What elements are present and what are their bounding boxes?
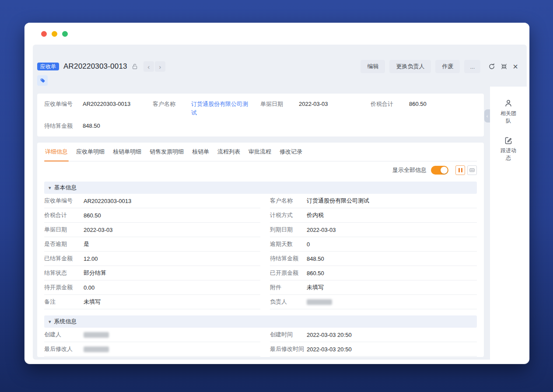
field-row: 是否逾期是 逾期天数0 — [44, 237, 477, 252]
column-width-button[interactable] — [467, 165, 477, 175]
summary-field-label: 应收单编号 — [44, 100, 83, 108]
field-settled-amount: 已结算金额12.00 — [44, 252, 260, 266]
field-invoiced-amount: 已开票金额860.50 — [270, 266, 477, 280]
doc-type-badge: 应收单 — [37, 63, 59, 70]
field-attachment: 附件未填写 — [270, 280, 477, 295]
field-row: 单据日期2022-03-03 到期日期2022-03-03 — [44, 223, 477, 237]
field-modified-by: 最后修改人 — [44, 342, 260, 357]
more-actions-button[interactable]: ... — [464, 60, 480, 73]
app-window: 应收单 AR20220303-0013 ‹ › 编辑 更换负责人 作废 ... — [24, 23, 529, 364]
follow-up-icon — [504, 136, 513, 145]
tab-sales-invoice-lines[interactable]: 销售发票明细 — [149, 143, 185, 161]
summary-field-value: AR20220303-0013 — [83, 100, 153, 108]
tab-writeoff-doc[interactable]: 核销单 — [191, 143, 210, 161]
section-header-system-info[interactable]: ▾ 系统信息 — [44, 315, 477, 328]
close-window-button[interactable] — [41, 31, 47, 37]
summary-field-label: 单据日期 — [260, 100, 299, 108]
app-area: 应收单 AR20220303-0013 ‹ › 编辑 更换负责人 作废 ... — [33, 45, 527, 360]
redacted-value — [307, 299, 332, 305]
field-owner: 负责人 — [270, 295, 477, 309]
change-owner-button[interactable]: 更换负责人 — [389, 60, 431, 73]
tab-change-log[interactable]: 修改记录 — [279, 143, 303, 161]
show-all-info-toggle[interactable] — [431, 166, 448, 175]
field-created-time: 创建时间2022-03-03 20:50 — [270, 328, 477, 342]
zoom-window-button[interactable] — [62, 31, 68, 37]
record-title: AR20220303-0013 — [63, 62, 127, 71]
team-icon — [504, 99, 513, 108]
close-record-icon[interactable]: × — [513, 63, 518, 70]
refresh-icon[interactable] — [488, 63, 495, 70]
customer-name-link[interactable]: 订货通股份有限公司测试 — [191, 100, 248, 117]
summary-field-value: 860.50 — [409, 100, 477, 108]
field-created-by: 创建人 — [44, 328, 260, 342]
field-settlement-status: 结算状态部分结算 — [44, 266, 260, 280]
tab-detail-info[interactable]: 详细信息 — [44, 143, 69, 161]
field-unsettled-amount: 待结算金额848.50 — [270, 252, 477, 266]
sidebar-item-related-team[interactable]: 相关团队 — [498, 99, 518, 125]
collapse-fullscreen-icon[interactable] — [500, 63, 508, 70]
edit-button[interactable]: 编辑 — [360, 60, 385, 73]
next-record-button[interactable]: › — [155, 61, 165, 72]
redacted-value — [84, 346, 109, 352]
summary-field-value: 848.50 — [83, 122, 100, 130]
field-row: 最后修改人 最后修改时间2022-03-03 20:50 — [44, 342, 477, 357]
field-tax-method: 计税方式价内税 — [270, 208, 477, 223]
tab-process-list[interactable]: 流程列表 — [217, 143, 241, 161]
window-titlebar — [24, 23, 529, 45]
section-header-basic-info[interactable]: ▾ 基本信息 — [44, 182, 477, 194]
summary-field-value: 2022-03-03 — [299, 100, 369, 108]
detail-card: 详细信息 应收单明细 核销单明细 销售发票明细 核销单 流程列表 审批流程 修改… — [37, 143, 484, 357]
record-header: 应收单 AR20220303-0013 ‹ › 编辑 更换负责人 作废 ... — [33, 45, 527, 87]
detail-tabs: 详细信息 应收单明细 核销单明细 销售发票明细 核销单 流程列表 审批流程 修改… — [44, 143, 477, 161]
void-button[interactable]: 作废 — [435, 60, 460, 73]
field-row: 已结算金额12.00 待结算金额848.50 — [44, 252, 477, 266]
sidebar-item-follow-up[interactable]: 跟进动态 — [498, 136, 518, 162]
content-column: 应收单编号 AR20220303-0013 客户名称 订货通股份有限公司测试 单… — [33, 87, 490, 360]
field-customer-name: 客户名称订货通股份有限公司测试 — [270, 194, 477, 208]
field-remark: 备注未填写 — [44, 295, 260, 309]
tab-writeoff-lines[interactable]: 核销单明细 — [112, 143, 142, 161]
field-due-date: 到期日期2022-03-03 — [270, 223, 477, 237]
field-uninvoiced-amount: 待开票金额0.00 — [44, 280, 260, 295]
minimize-window-button[interactable] — [52, 31, 57, 37]
redacted-value — [84, 332, 109, 338]
field-doc-date: 单据日期2022-03-03 — [44, 223, 260, 237]
field-receivable-no: 应收单编号AR20220303-0013 — [44, 194, 260, 208]
chevron-down-icon: ▾ — [49, 319, 51, 324]
unlock-icon[interactable] — [131, 63, 138, 70]
tab-approval-flow[interactable]: 审批流程 — [248, 143, 272, 161]
chevron-down-icon: ▾ — [49, 186, 51, 190]
detail-toolbar: 显示全部信息 — [44, 161, 477, 179]
pause-layout-button[interactable] — [455, 165, 465, 175]
field-row: 备注未填写 负责人 — [44, 295, 477, 309]
prev-record-button[interactable]: ‹ — [144, 61, 154, 72]
summary-field-label: 客户名称 — [153, 100, 191, 108]
tab-receivable-lines[interactable]: 应收单明细 — [75, 143, 105, 161]
field-total-amount: 价税合计860.50 — [44, 208, 260, 223]
field-row: 价税合计860.50 计税方式价内税 — [44, 208, 477, 223]
tag-button[interactable] — [37, 75, 48, 86]
sidebar-collapse-tab[interactable]: ‹ — [484, 109, 490, 122]
field-row: 待开票金额0.00 附件未填写 — [44, 280, 477, 295]
show-all-info-label: 显示全部信息 — [392, 166, 427, 174]
field-overdue-days: 逾期天数0 — [270, 237, 477, 252]
summary-field-label: 待结算金额 — [44, 122, 83, 130]
summary-field-label: 价税合计 — [371, 100, 409, 108]
record-body: 应收单编号 AR20220303-0013 客户名称 订货通股份有限公司测试 单… — [33, 87, 527, 360]
right-sidebar: ‹ 相关团队 跟进动态 — [490, 87, 527, 360]
field-row: 应收单编号AR20220303-0013 客户名称订货通股份有限公司测试 — [44, 194, 477, 208]
desktop-background: 应收单 AR20220303-0013 ‹ › 编辑 更换负责人 作废 ... — [0, 0, 553, 392]
field-overdue-flag: 是否逾期是 — [44, 237, 260, 252]
customer-name-link[interactable]: 订货通股份有限公司测试 — [307, 197, 369, 205]
field-row: 结算状态部分结算 已开票金额860.50 — [44, 266, 477, 280]
summary-card: 应收单编号 AR20220303-0013 客户名称 订货通股份有限公司测试 单… — [37, 94, 484, 136]
field-row: 创建人 创建时间2022-03-03 20:50 — [44, 328, 477, 342]
field-modified-time: 最后修改时间2022-03-03 20:50 — [270, 342, 477, 357]
